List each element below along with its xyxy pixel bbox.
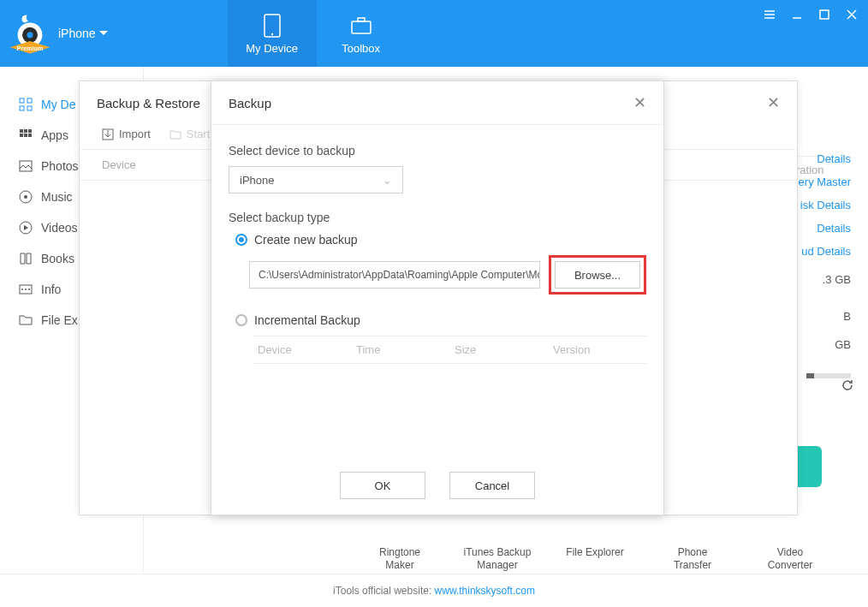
backup-path-row: C:\Users\Administrator\AppData\Roaming\A…	[249, 255, 646, 295]
svg-rect-9	[820, 10, 829, 19]
tab-toolbox[interactable]: Toolbox	[317, 0, 406, 67]
modal2-header: Backup ✕	[211, 81, 663, 125]
books-icon	[19, 252, 33, 265]
modal2-body: Select device to backup iPhone ⌄ Select …	[211, 125, 663, 378]
ok-button[interactable]: OK	[340, 472, 425, 499]
start-button: Start	[169, 128, 210, 140]
minimize-icon[interactable]	[789, 7, 805, 22]
battery-master-link[interactable]: ery Master	[795, 176, 851, 188]
sidebar-item-label: Videos	[41, 221, 78, 235]
tablet-icon	[259, 13, 285, 39]
start-label: Start	[187, 128, 210, 140]
modal-backup: Backup ✕ Select device to backup iPhone …	[211, 80, 664, 515]
backup-path-input[interactable]: C:\Users\Administrator\AppData\Roaming\A…	[249, 261, 540, 289]
svg-rect-19	[28, 134, 32, 137]
svg-rect-11	[27, 98, 32, 103]
radio-incremental[interactable]: Incremental Backup	[235, 313, 646, 327]
radio-label: Create new backup	[254, 233, 358, 247]
dropdown-triangle-icon	[99, 31, 108, 39]
storage-value: GB	[795, 338, 851, 351]
maximize-icon[interactable]	[817, 7, 832, 22]
chevron-down-icon: ⌄	[383, 174, 392, 187]
footer-text: iTools official website:	[333, 585, 435, 597]
svg-rect-8	[358, 18, 365, 21]
modal2-close-icon[interactable]: ✕	[633, 93, 646, 112]
window-controls	[762, 0, 868, 67]
sidebar-item-label: Photos	[41, 159, 79, 173]
label-backup-type: Select backup type	[229, 211, 646, 224]
svg-rect-16	[28, 129, 32, 133]
radio-icon	[235, 314, 247, 326]
tab-label: Toolbox	[342, 42, 380, 55]
svg-rect-12	[20, 106, 24, 110]
svg-rect-7	[352, 21, 371, 33]
col-device: Device	[102, 158, 205, 171]
col-size: Size	[449, 343, 548, 356]
app-header: Premium iPhone My Device Toolbox	[0, 0, 868, 67]
close-icon[interactable]	[844, 7, 859, 22]
device-dropdown[interactable]: iPhone ⌄	[229, 166, 403, 193]
import-icon	[102, 128, 114, 140]
col-device: Device	[253, 343, 351, 356]
videos-icon	[19, 221, 33, 235]
music-icon	[19, 190, 33, 204]
grid-icon	[19, 98, 33, 111]
folder-icon	[19, 313, 33, 327]
sidebar-item-label: Books	[41, 252, 74, 265]
tab-my-device[interactable]: My Device	[228, 0, 317, 67]
sidebar-item-label: File Ex	[41, 313, 78, 327]
device-selector[interactable]: iPhone	[58, 27, 108, 40]
import-button[interactable]: Import	[102, 128, 151, 140]
tab-label: My Device	[246, 42, 298, 55]
incremental-table-header: Device Time Size Version	[253, 336, 646, 364]
radio-create-new[interactable]: Create new backup	[235, 233, 646, 247]
modal2-buttons: OK Cancel	[211, 472, 663, 499]
svg-rect-17	[20, 134, 23, 137]
svg-rect-15	[24, 129, 27, 133]
svg-point-6	[271, 33, 272, 34]
browse-highlight: Browse...	[549, 255, 646, 295]
refresh-icon[interactable]	[841, 378, 854, 396]
sidebar-item-label: Music	[41, 190, 73, 204]
itools-logo-icon: Premium	[7, 10, 53, 57]
svg-point-25	[21, 289, 23, 290]
radio-label: Incremental Backup	[254, 313, 360, 327]
import-label: Import	[119, 128, 151, 140]
disk-details-link[interactable]: isk Details	[795, 199, 851, 211]
detail-links: Details ery Master isk Details Details u…	[795, 152, 868, 351]
sidebar-item-label: My De	[41, 98, 75, 111]
details-link-2[interactable]: Details	[795, 222, 851, 235]
modal2-title: Backup	[229, 96, 271, 110]
brand-area: Premium iPhone	[0, 0, 118, 67]
footer-link[interactable]: www.thinkskysoft.com	[435, 585, 535, 597]
info-icon	[19, 283, 33, 296]
sidebar-item-label: Apps	[41, 128, 68, 142]
svg-text:Premium: Premium	[17, 45, 44, 52]
radio-icon	[235, 234, 247, 246]
cancel-button[interactable]: Cancel	[449, 472, 535, 499]
svg-point-22	[24, 195, 27, 199]
storage-value: .3 GB	[795, 273, 851, 286]
device-selector-label: iPhone	[58, 27, 96, 40]
svg-rect-18	[24, 134, 27, 137]
browse-button[interactable]: Browse...	[555, 261, 640, 289]
header-tabs: My Device Toolbox	[228, 0, 406, 67]
svg-point-27	[28, 289, 30, 290]
details-link[interactable]: Details	[795, 152, 851, 165]
menu-icon[interactable]	[762, 7, 777, 22]
storage-value: B	[795, 310, 851, 323]
col-time: Time	[351, 343, 449, 356]
label-select-device: Select device to backup	[229, 144, 646, 158]
svg-rect-14	[20, 129, 23, 133]
sidebar-item-label: Info	[41, 283, 61, 296]
icloud-details-link[interactable]: ud Details	[795, 245, 851, 258]
svg-point-2	[27, 32, 33, 38]
svg-rect-20	[20, 161, 32, 171]
modal1-close-icon[interactable]: ✕	[767, 93, 780, 112]
footer: iTools official website: www.thinkskysof…	[0, 574, 868, 607]
device-dropdown-value: iPhone	[240, 174, 274, 187]
apps-icon	[19, 128, 33, 142]
svg-rect-10	[20, 98, 24, 103]
photos-icon	[19, 159, 33, 173]
modal1-title: Backup & Restore	[97, 96, 200, 110]
